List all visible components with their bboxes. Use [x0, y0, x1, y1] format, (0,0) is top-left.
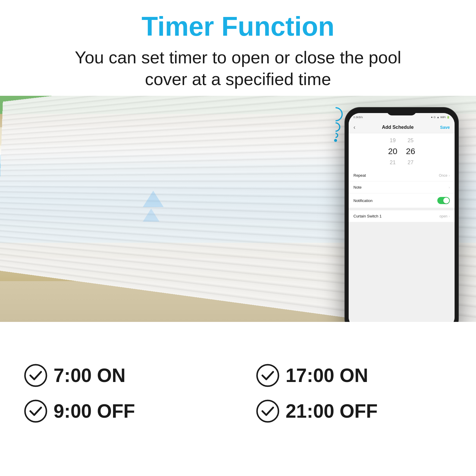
- schedule-text-4: 21:00 OFF: [286, 400, 378, 422]
- schedule-item-1: 7:00 ON: [24, 364, 220, 387]
- repeat-text: Once: [439, 173, 447, 178]
- status-speed: 0.3KB/s: [353, 116, 363, 119]
- svg-point-2: [25, 400, 46, 422]
- notification-toggle[interactable]: [437, 197, 450, 204]
- check-icon-1: [24, 364, 48, 387]
- curtain-switch-value: open ›: [439, 214, 450, 218]
- schedule-text-2: 17:00 ON: [286, 364, 368, 386]
- repeat-value: Once ›: [439, 173, 450, 178]
- hour-active: 20: [387, 145, 399, 158]
- repeat-item[interactable]: Repeat Once ›: [349, 170, 455, 181]
- bottom-section: 7:00 ON 17:00 ON: [0, 322, 476, 465]
- wifi-arc-medium: [329, 120, 342, 134]
- check-icon-3: [24, 399, 48, 423]
- hour-below: 21: [387, 158, 399, 167]
- svg-point-1: [257, 365, 278, 386]
- minute-below: 27: [405, 158, 416, 167]
- phone-body: 0.3KB/s ● ⊙ ▲ WiFi 🔋 ‹ Add Schedule: [345, 108, 458, 322]
- curtain-switch-text: open: [439, 214, 447, 218]
- main-title: Timer Function: [30, 12, 446, 41]
- phone-notch: [387, 108, 416, 115]
- note-label: Note: [353, 185, 361, 190]
- time-picker[interactable]: 19 20 21 25 26 27: [349, 133, 455, 170]
- note-chevron: ›: [449, 185, 450, 190]
- app-title: Add Schedule: [382, 125, 414, 130]
- arrow-1: [143, 191, 164, 207]
- phone-screen: 0.3KB/s ● ⊙ ▲ WiFi 🔋 ‹ Add Schedule: [349, 113, 455, 322]
- page-container: Timer Function You can set timer to open…: [0, 0, 476, 476]
- status-icons: ● ⊙ ▲ WiFi 🔋: [431, 116, 450, 119]
- minute-active: 26: [405, 145, 416, 158]
- wifi-arc-large: [325, 104, 346, 124]
- minute-above: 25: [405, 136, 416, 145]
- schedule-item-4: 21:00 OFF: [256, 399, 452, 423]
- wifi-arc-small: [332, 131, 339, 139]
- check-icon-4: [256, 399, 280, 423]
- minute-column[interactable]: 25 26 27: [405, 136, 416, 167]
- schedule-item-3: 9:00 OFF: [24, 399, 220, 423]
- wifi-signal: [328, 107, 343, 142]
- toggle-thumb: [443, 198, 449, 203]
- save-button[interactable]: Save: [440, 125, 450, 130]
- settings-gap: [349, 208, 455, 210]
- repeat-label: Repeat: [353, 173, 366, 178]
- schedule-grid: 7:00 ON 17:00 ON: [24, 364, 452, 423]
- note-item[interactable]: Note ›: [349, 181, 455, 193]
- hour-above: 19: [387, 136, 399, 145]
- pool-arrows: [143, 191, 164, 223]
- back-button[interactable]: ‹: [353, 124, 356, 131]
- schedule-text-1: 7:00 ON: [54, 364, 126, 386]
- header-section: Timer Function You can set timer to open…: [0, 0, 476, 96]
- repeat-chevron: ›: [449, 173, 450, 178]
- schedule-text-3: 9:00 OFF: [54, 400, 135, 422]
- note-value: ›: [449, 185, 450, 190]
- notification-item[interactable]: Notification: [349, 193, 455, 208]
- check-icon-2: [256, 364, 280, 387]
- curtain-switch-label: Curtain Switch 1: [353, 214, 382, 218]
- settings-list: Repeat Once › Note ›: [349, 170, 455, 322]
- app-header: ‹ Add Schedule Save: [349, 121, 455, 133]
- hour-column[interactable]: 19 20 21: [387, 136, 399, 167]
- phone-mockup: 0.3KB/s ● ⊙ ▲ WiFi 🔋 ‹ Add Schedule: [345, 108, 458, 322]
- subtitle: You can set timer to open or close the p…: [30, 47, 446, 90]
- svg-point-3: [257, 400, 278, 422]
- curtain-switch-item[interactable]: Curtain Switch 1 open ›: [349, 210, 455, 222]
- notification-label: Notification: [353, 198, 372, 203]
- curtain-switch-chevron: ›: [449, 214, 450, 218]
- svg-point-0: [25, 365, 46, 386]
- pool-section: 0.3KB/s ● ⊙ ▲ WiFi 🔋 ‹ Add Schedule: [0, 96, 476, 322]
- wifi-dot: [334, 139, 337, 142]
- schedule-item-2: 17:00 ON: [256, 364, 452, 387]
